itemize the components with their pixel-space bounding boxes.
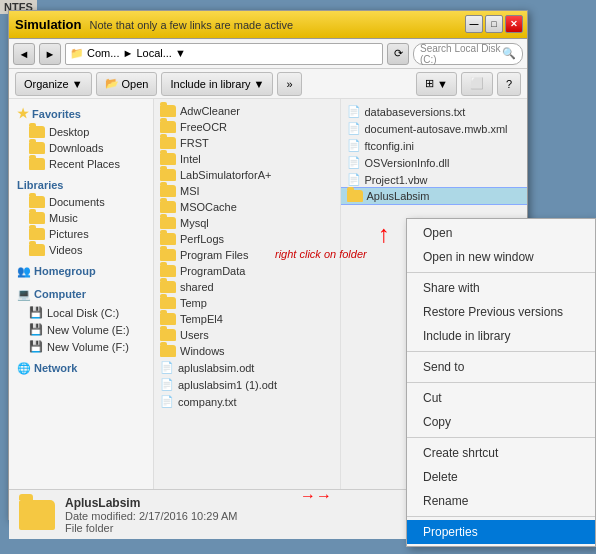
ctx-send-to[interactable]: Send to	[407, 355, 595, 379]
path-text: 📁 Com... ► Local... ▼	[70, 47, 186, 60]
dll-icon: 📄	[347, 156, 361, 169]
sidebar-item-desktop[interactable]: Desktop	[9, 124, 153, 140]
help-button[interactable]: ?	[497, 72, 521, 96]
sidebar-item-documents[interactable]: Documents	[9, 194, 153, 210]
ctx-delete[interactable]: Delete	[407, 465, 595, 489]
search-placeholder: Search Local Disk (C:)	[420, 43, 502, 65]
status-type: File folder	[65, 522, 397, 534]
organize-arrow-icon: ▼	[72, 78, 83, 90]
libraries-header[interactable]: Libraries	[9, 176, 153, 194]
list-item[interactable]: Intel	[154, 151, 340, 167]
sidebar-item-volume-f[interactable]: 💾 New Volume (F:)	[9, 338, 153, 355]
list-item[interactable]: LabSimulatorforA+	[154, 167, 340, 183]
close-button[interactable]: ✕	[505, 15, 523, 33]
list-item[interactable]: TempEl4	[154, 311, 340, 327]
list-item[interactable]: FreeOCR	[154, 119, 340, 135]
ctx-share-with[interactable]: Share with	[407, 276, 595, 300]
favorites-header[interactable]: ★ Favorites	[9, 103, 153, 124]
organize-button[interactable]: Organize ▼	[15, 72, 92, 96]
sidebar-item-music[interactable]: Music	[9, 210, 153, 226]
view-grid-icon: ⊞	[425, 77, 434, 90]
ctx-create-shortcut[interactable]: Create shrtcut	[407, 441, 595, 465]
list-item[interactable]: 📄apluslabsim.odt	[154, 359, 340, 376]
disk-icon: 💾	[29, 306, 43, 319]
status-date: Date modified: 2/17/2016 10:29 AM	[65, 510, 397, 522]
title-note: Note that only a few links are made acti…	[89, 19, 521, 31]
list-item[interactable]: 📄OSVersionInfo.dll	[341, 154, 528, 171]
list-item[interactable]: 📄databaseversions.txt	[341, 103, 528, 120]
minimize-button[interactable]: —	[465, 15, 483, 33]
apluslabsim-folder[interactable]: AplusLabsim	[341, 188, 528, 204]
list-item[interactable]: Temp	[154, 295, 340, 311]
open-button[interactable]: 📂 Open	[96, 72, 158, 96]
sidebar: ★ Favorites Desktop Downloads Recent Pla…	[9, 99, 154, 489]
folder-icon	[160, 153, 176, 165]
list-item[interactable]: 📄company.txt	[154, 393, 340, 410]
address-path[interactable]: 📁 Com... ► Local... ▼	[65, 43, 383, 65]
list-item[interactable]: 📄document-autosave.mwb.xml	[341, 120, 528, 137]
ctx-restore-previous[interactable]: Restore Previous versions	[407, 300, 595, 324]
network-header[interactable]: 🌐 Network	[9, 359, 153, 378]
view-arrow-icon: ▼	[437, 78, 448, 90]
maximize-button[interactable]: □	[485, 15, 503, 33]
ctx-separator	[407, 272, 595, 273]
sidebar-item-recent[interactable]: Recent Places	[9, 156, 153, 172]
sidebar-item-volume-e[interactable]: 💾 New Volume (E:)	[9, 321, 153, 338]
sidebar-item-local-disk-c[interactable]: 💾 Local Disk (C:)	[9, 304, 153, 321]
folder-icon	[160, 281, 176, 293]
list-item[interactable]: Windows	[154, 343, 340, 359]
forward-button[interactable]: ►	[39, 43, 61, 65]
star-icon: ★	[17, 106, 29, 121]
list-item[interactable]: 📄ftconfig.ini	[341, 137, 528, 154]
sidebar-item-videos[interactable]: Videos	[9, 242, 153, 258]
list-item[interactable]: AdwCleaner	[154, 103, 340, 119]
ctx-open[interactable]: Open	[407, 221, 595, 245]
status-info: AplusLabsim Date modified: 2/17/2016 10:…	[65, 496, 397, 534]
refresh-button[interactable]: ⟳	[387, 43, 409, 65]
folder-icon	[160, 297, 176, 309]
view-options-button[interactable]: ⊞ ▼	[416, 72, 457, 96]
toolbar: Organize ▼ 📂 Open Include in library ▼ »…	[9, 69, 527, 99]
preview-button[interactable]: ⬜	[461, 72, 493, 96]
ctx-include-library[interactable]: Include in library	[407, 324, 595, 348]
computer-header[interactable]: 💻 Computer	[9, 285, 153, 304]
sidebar-item-downloads[interactable]: Downloads	[9, 140, 153, 156]
folder-icon	[347, 190, 363, 202]
odt-icon: 📄	[160, 378, 174, 391]
preview-icon: ⬜	[470, 77, 484, 90]
list-item[interactable]: Users	[154, 327, 340, 343]
folder-icon	[160, 313, 176, 325]
list-item[interactable]: FRST	[154, 135, 340, 151]
list-item[interactable]: PerfLogs	[154, 231, 340, 247]
folder-icon	[160, 345, 176, 357]
list-item[interactable]: shared	[154, 279, 340, 295]
right-click-annotation: right click on folder	[275, 248, 367, 260]
xml-icon: 📄	[347, 122, 361, 135]
libraries-section: Libraries Documents Music Pictures Video…	[9, 176, 153, 258]
list-item[interactable]: MSOCache	[154, 199, 340, 215]
more-button[interactable]: »	[277, 72, 301, 96]
disk-icon: 💾	[29, 323, 43, 336]
ctx-properties[interactable]: Properties	[407, 520, 595, 544]
ctx-rename[interactable]: Rename	[407, 489, 595, 513]
back-button[interactable]: ◄	[13, 43, 35, 65]
list-item[interactable]: 📄apluslabsim1 (1).odt	[154, 376, 340, 393]
folder-icon	[160, 185, 176, 197]
favorites-section: ★ Favorites Desktop Downloads Recent Pla…	[9, 103, 153, 172]
list-item[interactable]: 📄Project1.vbw	[341, 171, 528, 188]
include-library-button[interactable]: Include in library ▼	[161, 72, 273, 96]
list-item[interactable]: Mysql	[154, 215, 340, 231]
list-item[interactable]: ProgramData	[154, 263, 340, 279]
ctx-copy[interactable]: Copy	[407, 410, 595, 434]
ctx-open-new-window[interactable]: Open in new window	[407, 245, 595, 269]
homegroup-header[interactable]: 👥 Homegroup	[9, 262, 153, 281]
list-item[interactable]: MSI	[154, 183, 340, 199]
folder-icon	[29, 228, 45, 240]
ctx-cut[interactable]: Cut	[407, 386, 595, 410]
search-box[interactable]: Search Local Disk (C:) 🔍	[413, 43, 523, 65]
window-title: Simulation	[15, 17, 81, 32]
folder-icon	[160, 217, 176, 229]
computer-icon: 💻	[17, 288, 31, 300]
folder-icon	[29, 158, 45, 170]
sidebar-item-pictures[interactable]: Pictures	[9, 226, 153, 242]
